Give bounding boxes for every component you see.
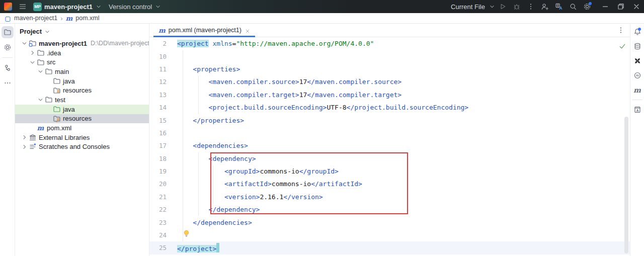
- editor-scrollbar[interactable]: [624, 117, 628, 253]
- line-number[interactable]: 25: [149, 244, 177, 251]
- add-user-icon[interactable]: [538, 0, 552, 13]
- run-icon[interactable]: [496, 0, 510, 13]
- line-number[interactable]: 2: [149, 40, 177, 47]
- chevron-down-icon[interactable]: [37, 68, 44, 75]
- kebab-menu-icon[interactable]: [524, 0, 538, 13]
- code-text: <project.build.sourceEncoding>UTF-8</pro…: [177, 104, 630, 111]
- breadcrumb-project[interactable]: maven-project1: [14, 15, 57, 22]
- tree-item-test[interactable]: test: [15, 95, 149, 105]
- line-number[interactable]: 12: [149, 78, 177, 86]
- chevron-right-icon[interactable]: [21, 143, 28, 150]
- tree-item--idea[interactable]: .idea: [15, 48, 149, 58]
- vcs-widget[interactable]: Version control: [109, 0, 162, 13]
- code-line-10[interactable]: 10: [149, 50, 630, 62]
- breadcrumb-file[interactable]: pom.xml: [75, 15, 99, 22]
- code-line-11[interactable]: 11 <properties>: [149, 63, 630, 75]
- project-tool-icon[interactable]: [2, 26, 14, 38]
- maven-tool-icon[interactable]: m: [631, 84, 643, 96]
- database-icon[interactable]: [631, 40, 643, 52]
- tree-item-maven-project1[interactable]: maven-project1D:\DD\maven-project1: [15, 39, 149, 48]
- line-number[interactable]: 16: [149, 129, 177, 137]
- line-number[interactable]: 14: [149, 104, 177, 111]
- notifications-bell-icon[interactable]: [631, 26, 643, 38]
- line-number[interactable]: 21: [149, 193, 177, 201]
- close-icon[interactable]: [628, 0, 644, 13]
- tab-close-icon[interactable]: [245, 27, 251, 33]
- intention-bulb-icon[interactable]: [183, 229, 190, 237]
- vcs-label: Version control: [109, 3, 152, 11]
- code-line-24[interactable]: 24: [149, 229, 630, 241]
- svg-text:A: A: [636, 109, 638, 112]
- tree-item-java[interactable]: java: [15, 105, 149, 114]
- code-line-15[interactable]: 15 </properties>: [149, 114, 630, 126]
- code-text: <version>2.16.1</version>: [177, 193, 630, 201]
- line-number[interactable]: 19: [149, 167, 177, 175]
- chevron-right-icon[interactable]: [29, 49, 36, 57]
- project-panel-header[interactable]: Project: [15, 24, 149, 39]
- ai-assistant-icon[interactable]: AI: [631, 69, 643, 81]
- translate-icon[interactable]: A: [552, 0, 566, 13]
- chevron-right-icon[interactable]: [21, 134, 28, 141]
- tab-options-kebab-icon[interactable]: [616, 25, 626, 35]
- tree-item-resources[interactable]: resources: [15, 86, 149, 95]
- line-number[interactable]: 11: [149, 65, 177, 73]
- run-configuration-selector[interactable]: Current File: [447, 0, 496, 13]
- documentation-book-icon[interactable]: A: [631, 104, 643, 116]
- more-tools-icon[interactable]: [2, 77, 14, 89]
- line-number[interactable]: 13: [149, 91, 177, 99]
- inspection-ok-check-icon[interactable]: [618, 42, 626, 50]
- line-number[interactable]: 15: [149, 117, 177, 124]
- code-line-20[interactable]: 20 <artifactId>commons-io</artifactId>: [149, 178, 630, 190]
- tree-item-scratches-and-consoles[interactable]: Scratches and Consoles: [15, 142, 149, 152]
- line-number[interactable]: 22: [149, 206, 177, 213]
- chevron-down-icon: [489, 0, 496, 13]
- settings-icon[interactable]: [580, 0, 594, 13]
- code-line-12[interactable]: 12 <maven.compiler.source>17</maven.comp…: [149, 75, 630, 88]
- code-editor[interactable]: 2<project xmlns="http://maven.apache.org…: [149, 37, 630, 256]
- code-line-22[interactable]: 22 </dependency>: [149, 203, 630, 216]
- editor-area: m pom.xml (maven-project1) 2<project xml…: [149, 24, 630, 256]
- settings-tool-icon[interactable]: [2, 41, 14, 53]
- folder-icon: [36, 49, 45, 57]
- line-number[interactable]: 18: [149, 155, 177, 162]
- search-icon[interactable]: [566, 0, 580, 13]
- line-number[interactable]: 17: [149, 142, 177, 149]
- chevron-down-icon[interactable]: [21, 40, 28, 47]
- code-line-16[interactable]: 16: [149, 127, 630, 139]
- minimize-icon[interactable]: [597, 0, 613, 13]
- chevron-down-icon[interactable]: [29, 58, 36, 66]
- project-widget[interactable]: MP maven-project1: [33, 0, 102, 13]
- tree-item-pom-xml[interactable]: mpom.xml: [15, 123, 149, 133]
- main-menu-hamburger-icon[interactable]: [19, 0, 27, 13]
- tree-item-path: D:\DD\maven-project1: [91, 40, 149, 47]
- line-number[interactable]: 20: [149, 180, 177, 188]
- line-number[interactable]: 23: [149, 219, 177, 226]
- tree-item-label: maven-project1: [39, 40, 87, 47]
- tree-item-java[interactable]: java: [15, 76, 149, 86]
- code-line-19[interactable]: 19 <groupId>commons-io</groupId>: [149, 165, 630, 178]
- tree-item-label: java: [63, 77, 75, 85]
- code-line-21[interactable]: 21 <version>2.16.1</version>: [149, 191, 630, 203]
- code-line-2[interactable]: 2<project xmlns="http://maven.apache.org…: [149, 37, 630, 50]
- code-line-17[interactable]: 17 <dependencies>: [149, 139, 630, 152]
- tree-item-label: test: [55, 96, 65, 104]
- code-line-18[interactable]: 18 <dependency>: [149, 152, 630, 165]
- tree-item-external-libraries[interactable]: External Libraries: [15, 133, 149, 142]
- structure-tool-icon[interactable]: [2, 62, 14, 74]
- line-number[interactable]: 10: [149, 53, 177, 60]
- debug-icon[interactable]: [510, 0, 524, 13]
- line-number[interactable]: 24: [149, 231, 177, 239]
- tree-item-resources[interactable]: resources: [15, 114, 149, 124]
- plugin-pinwheel-icon[interactable]: [631, 55, 643, 67]
- code-line-13[interactable]: 13 <maven.compiler.target>17</maven.comp…: [149, 89, 630, 101]
- maximize-icon[interactable]: [613, 0, 628, 13]
- code-line-23[interactable]: 23 </dependencies>: [149, 216, 630, 228]
- tree-item-src[interactable]: src: [15, 57, 149, 67]
- scratches-icon: [28, 143, 37, 151]
- tree-item-main[interactable]: main: [15, 67, 149, 76]
- tab-pom-xml[interactable]: m pom.xml (maven-project1): [153, 24, 255, 37]
- chevron-down-icon[interactable]: [37, 96, 44, 104]
- code-line-25[interactable]: 25</project>: [149, 241, 630, 254]
- code-line-14[interactable]: 14 <project.build.sourceEncoding>UTF-8</…: [149, 101, 630, 114]
- tree-item-label: resources: [63, 87, 92, 94]
